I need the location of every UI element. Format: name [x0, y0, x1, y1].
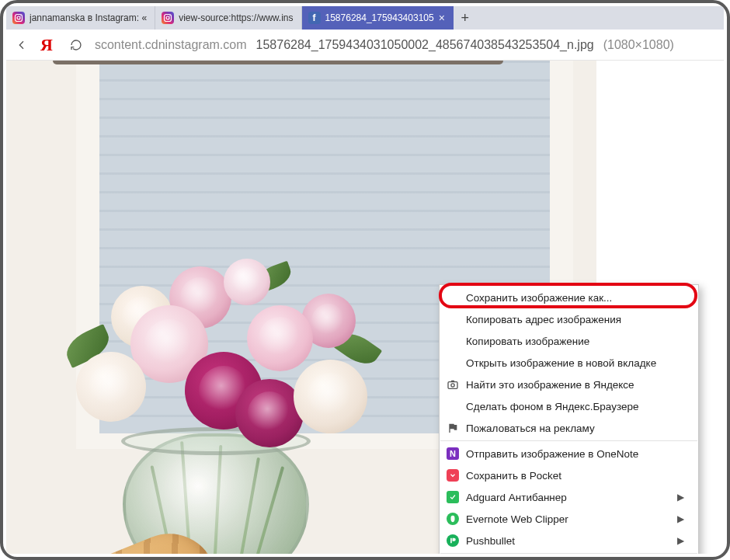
context-menu-item[interactable]: Пожаловаться на рекламу — [440, 417, 698, 439]
url-host: scontent.cdninstagram.com — [95, 38, 247, 52]
context-menu-label: Сохранить изображение как... — [466, 292, 684, 304]
context-menu-separator — [440, 553, 697, 554]
window-frame-border: jannamanska в Instagram: « view-source:h… — [0, 0, 730, 560]
context-menu-item[interactable]: Pushbullet▶ — [440, 530, 698, 551]
back-button[interactable] — [16, 39, 28, 51]
url-dimensions: (1080×1080) — [603, 38, 674, 52]
context-menu-item[interactable]: Сохранить в Pocket — [440, 464, 698, 486]
evernote-icon — [446, 512, 460, 526]
submenu-arrow-icon: ▶ — [677, 513, 684, 524]
context-menu-item[interactable]: Evernote Web Clipper▶ — [440, 508, 698, 530]
context-menu-label: Evernote Web Clipper — [466, 513, 671, 525]
url-display[interactable]: scontent.cdninstagram.com 15876284_17594… — [95, 38, 714, 52]
svg-point-4 — [166, 16, 169, 19]
context-menu-item[interactable]: Открыть изображение в новой вкладке — [440, 352, 698, 374]
context-menu-item[interactable]: Копировать изображение — [440, 330, 698, 352]
context-menu-item[interactable]: Найти это изображение в Яндексе — [440, 374, 698, 395]
svg-rect-8 — [450, 538, 452, 544]
onenote-icon: N — [446, 447, 460, 461]
context-menu-label: Найти это изображение в Яндексе — [466, 379, 684, 391]
new-tab-button[interactable]: + — [454, 11, 477, 25]
context-menu-label: Копировать адрес изображения — [466, 314, 684, 325]
yandex-logo-icon[interactable]: Я — [40, 35, 53, 55]
tab-strip: jannamanska в Instagram: « view-source:h… — [6, 6, 724, 30]
tab-label: jannamanska в Instagram: « — [30, 12, 147, 23]
svg-rect-0 — [16, 15, 23, 22]
svg-point-1 — [17, 16, 20, 19]
context-menu-item[interactable]: Adguard Антибаннер▶ — [440, 486, 698, 508]
svg-point-7 — [451, 384, 454, 387]
context-menu-label: Pushbullet — [466, 535, 671, 547]
browser-window: jannamanska в Instagram: « view-source:h… — [6, 6, 724, 554]
instagram-icon — [12, 12, 25, 24]
context-menu-label: Сделать фоном в Яндекс.Браузере — [466, 401, 684, 412]
svg-rect-3 — [165, 15, 172, 22]
reload-button[interactable] — [70, 39, 82, 51]
context-menu-label: Открыть изображение в новой вкладке — [466, 357, 684, 369]
pushbullet-icon — [446, 534, 460, 548]
context-menu: Сохранить изображение как...Копировать а… — [439, 284, 699, 554]
address-bar: Я scontent.cdninstagram.com 15876284_175… — [6, 30, 724, 61]
submenu-arrow-icon: ▶ — [677, 535, 684, 546]
tab-view-source[interactable]: view-source:https://www.ins — [155, 6, 301, 30]
camera-search-icon — [446, 377, 460, 391]
svg-rect-6 — [448, 382, 457, 389]
tab-instagram-profile[interactable]: jannamanska в Instagram: « — [6, 6, 155, 30]
facebook-icon: f — [308, 12, 321, 24]
submenu-arrow-icon: ▶ — [677, 492, 684, 503]
context-menu-label: Отправить изображение в OneNote — [466, 448, 684, 460]
instagram-icon — [162, 12, 174, 24]
flag-icon — [446, 421, 460, 435]
svg-point-5 — [169, 16, 170, 16]
close-icon[interactable]: × — [439, 12, 445, 23]
tab-label: 15876284_175943403105 — [325, 12, 434, 23]
tab-label: view-source:https://www.ins — [179, 12, 293, 23]
context-menu-label: Пожаловаться на рекламу — [466, 423, 684, 434]
context-menu-label: Сохранить в Pocket — [466, 470, 684, 482]
pocket-icon — [446, 468, 460, 482]
context-menu-item[interactable]: NОтправить изображение в OneNote — [440, 443, 698, 464]
adguard-icon — [446, 490, 460, 504]
tab-image-active[interactable]: f 15876284_175943403105 × — [302, 6, 454, 30]
context-menu-item[interactable]: Копировать адрес изображения — [440, 308, 698, 330]
content-area: Сохранить изображение как...Копировать а… — [6, 61, 724, 554]
context-menu-label: Adguard Антибаннер — [466, 492, 671, 503]
svg-point-2 — [20, 16, 21, 16]
context-menu-label: Копировать изображение — [466, 336, 684, 347]
url-path: 15876284_1759434031050002_48567403854325… — [256, 38, 594, 52]
context-menu-separator — [440, 440, 697, 441]
context-menu-item[interactable]: Сделать фоном в Яндекс.Браузере — [440, 395, 698, 417]
context-menu-item[interactable]: Сохранить изображение как... — [440, 287, 698, 308]
